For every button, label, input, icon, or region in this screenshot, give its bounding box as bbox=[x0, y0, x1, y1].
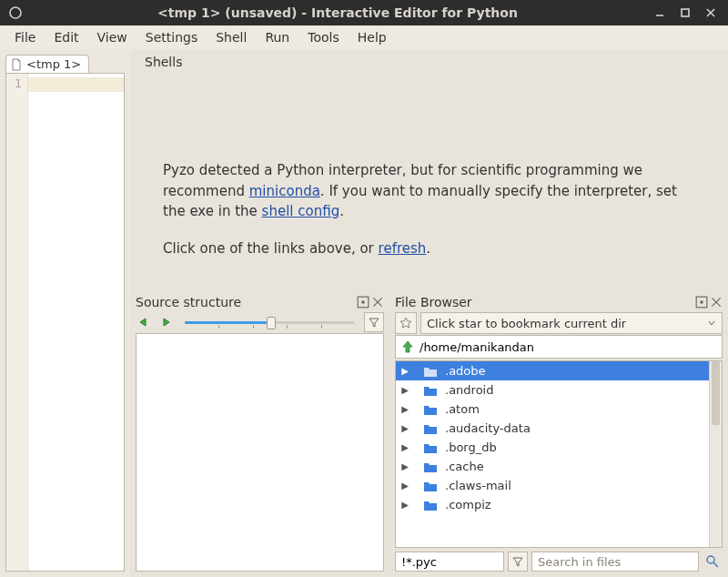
structure-filter-button[interactable] bbox=[364, 312, 384, 332]
scrollbar-thumb[interactable] bbox=[712, 361, 720, 425]
editor-tab-label: <tmp 1> bbox=[26, 57, 81, 71]
current-line-highlight bbox=[28, 77, 124, 92]
editor-tab[interactable]: <tmp 1> bbox=[5, 55, 89, 73]
search-input[interactable] bbox=[531, 552, 699, 572]
file-row-label: .atom bbox=[445, 402, 480, 416]
file-row-label: .adobe bbox=[445, 364, 486, 378]
parent-dir-button[interactable] bbox=[399, 339, 416, 355]
file-row-label: .claws-mail bbox=[445, 479, 511, 492]
expand-triangle-icon[interactable]: ▶ bbox=[399, 385, 410, 395]
menu-tools[interactable]: Tools bbox=[298, 27, 349, 47]
file-row[interactable]: ▶.compiz bbox=[396, 495, 722, 514]
menu-help[interactable]: Help bbox=[349, 27, 396, 47]
file-row-label: .audacity-data bbox=[445, 421, 531, 435]
minimize-button[interactable] bbox=[650, 3, 670, 23]
code-area[interactable] bbox=[28, 74, 124, 571]
expand-triangle-icon[interactable]: ▶ bbox=[399, 404, 410, 414]
chevron-down-icon bbox=[707, 319, 716, 328]
expand-triangle-icon[interactable]: ▶ bbox=[399, 423, 410, 433]
menu-settings[interactable]: Settings bbox=[136, 27, 207, 47]
menubar: File Edit View Settings Shell Run Tools … bbox=[0, 25, 728, 49]
file-row[interactable]: ▶.cache bbox=[396, 457, 722, 476]
svg-rect-2 bbox=[682, 9, 689, 16]
pane-close-icon[interactable] bbox=[710, 296, 723, 309]
path-input[interactable] bbox=[420, 340, 718, 354]
maximize-button[interactable] bbox=[675, 3, 695, 23]
folder-icon bbox=[423, 422, 438, 435]
shells-title: Shells bbox=[145, 55, 713, 69]
nav-forward-button[interactable] bbox=[157, 313, 176, 331]
folder-icon bbox=[423, 461, 438, 473]
file-list-scrollbar[interactable] bbox=[709, 361, 722, 547]
code-editor[interactable]: 1 bbox=[5, 73, 125, 572]
expand-triangle-icon[interactable]: ▶ bbox=[399, 461, 410, 471]
file-row[interactable]: ▶.atom bbox=[396, 400, 722, 419]
menu-shell[interactable]: Shell bbox=[207, 27, 256, 47]
folder-icon bbox=[423, 365, 438, 378]
svg-point-13 bbox=[707, 556, 714, 563]
file-row-label: .borg_db bbox=[445, 440, 497, 454]
expand-triangle-icon[interactable]: ▶ bbox=[399, 500, 410, 510]
bookmark-combo[interactable]: Click star to bookmark current dir bbox=[420, 312, 723, 334]
expand-triangle-icon[interactable]: ▶ bbox=[399, 481, 410, 491]
path-row bbox=[395, 335, 723, 359]
source-structure-title: Source structure bbox=[136, 295, 241, 309]
file-row[interactable]: ▶.audacity-data bbox=[396, 419, 722, 438]
nav-back-button[interactable] bbox=[136, 313, 154, 331]
svg-line-14 bbox=[713, 562, 718, 567]
editor-tabrow: <tmp 1> bbox=[0, 49, 130, 73]
filter-button[interactable] bbox=[508, 552, 528, 572]
shells-message: Pyzo detected a Python interpreter, but … bbox=[145, 73, 713, 293]
source-structure-pane: Source structure bbox=[130, 293, 389, 577]
menu-run[interactable]: Run bbox=[256, 27, 298, 47]
shells-pane: Shells Pyzo detected a Python interprete… bbox=[130, 49, 728, 293]
search-button[interactable] bbox=[703, 552, 723, 572]
menu-view[interactable]: View bbox=[88, 27, 136, 47]
file-list[interactable]: ▶.adobe▶.android▶.atom▶.audacity-data▶.b… bbox=[396, 361, 722, 547]
file-row[interactable]: ▶.claws-mail bbox=[396, 476, 722, 495]
bookmark-star-button[interactable] bbox=[395, 312, 417, 334]
svg-point-6 bbox=[361, 300, 365, 304]
file-row[interactable]: ▶.android bbox=[396, 380, 722, 400]
line-gutter: 1 bbox=[6, 74, 28, 571]
titlebar: <tmp 1> (unsaved) - Interactive Editor f… bbox=[0, 0, 728, 25]
expand-triangle-icon[interactable]: ▶ bbox=[399, 442, 410, 452]
file-browser-title: File Browser bbox=[395, 295, 472, 309]
filter-pattern-input[interactable] bbox=[395, 552, 504, 572]
pane-close-icon[interactable] bbox=[371, 296, 384, 309]
link-miniconda[interactable]: miniconda bbox=[249, 183, 320, 199]
folder-icon bbox=[423, 441, 438, 454]
file-row[interactable]: ▶.borg_db bbox=[396, 438, 722, 457]
svg-point-10 bbox=[700, 300, 703, 304]
app-icon bbox=[7, 5, 24, 21]
window-title: <tmp 1> (unsaved) - Interactive Editor f… bbox=[31, 5, 644, 20]
link-shell-config[interactable]: shell config bbox=[262, 203, 340, 219]
file-row-label: .cache bbox=[445, 460, 484, 473]
file-row-label: .android bbox=[445, 383, 493, 397]
file-row[interactable]: ▶.adobe bbox=[396, 361, 722, 380]
menu-edit[interactable]: Edit bbox=[45, 27, 87, 47]
pane-undock-icon[interactable] bbox=[695, 296, 708, 309]
line-number: 1 bbox=[6, 77, 22, 90]
svg-point-0 bbox=[10, 7, 21, 18]
folder-icon bbox=[423, 499, 438, 511]
file-icon bbox=[10, 58, 23, 71]
file-browser-pane: File Browser Click star to bookmark curr… bbox=[389, 293, 728, 577]
bookmark-combo-text: Click star to bookmark current dir bbox=[427, 317, 626, 330]
close-button[interactable] bbox=[701, 3, 721, 23]
folder-icon bbox=[423, 384, 438, 397]
slider-thumb[interactable] bbox=[267, 317, 276, 329]
structure-slider[interactable] bbox=[185, 316, 355, 329]
expand-triangle-icon[interactable]: ▶ bbox=[399, 366, 410, 376]
pane-undock-icon[interactable] bbox=[357, 296, 369, 309]
link-refresh[interactable]: refresh bbox=[379, 240, 427, 257]
folder-icon bbox=[423, 480, 438, 492]
folder-icon bbox=[423, 403, 438, 416]
menu-file[interactable]: File bbox=[5, 27, 45, 47]
source-structure-tree[interactable] bbox=[136, 333, 384, 572]
file-row-label: .compiz bbox=[445, 498, 491, 511]
